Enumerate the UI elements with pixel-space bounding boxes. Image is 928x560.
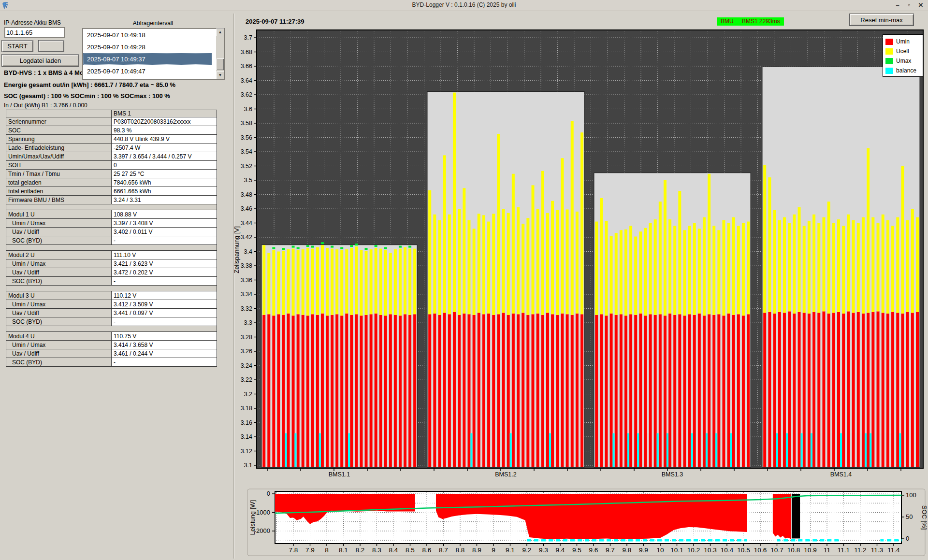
load-logfile-button[interactable]: Logdatei laden xyxy=(2,55,79,66)
cell-bar-umin xyxy=(335,314,338,467)
row-value: 440.8 V Ulink 439.9 V xyxy=(112,135,217,144)
table-row: Firmware BMU / BMS3.24 / 3.31 xyxy=(6,196,217,204)
log-interval-list[interactable]: ▲ ▼ 2025-09-07 10:49:182025-09-07 10:49:… xyxy=(82,28,225,80)
cell-balance-bar xyxy=(637,433,639,467)
row-value: 111.10 V xyxy=(112,251,217,259)
scroll-thumb[interactable] xyxy=(217,58,224,70)
log-entry[interactable]: 2025-09-07 10:49:28 xyxy=(83,41,212,53)
cell-bar-umin xyxy=(345,314,348,467)
cell-bar-ucell xyxy=(345,249,348,314)
interval-label: Abfrageintervall xyxy=(82,20,224,27)
event-block xyxy=(792,494,800,538)
cell-bar-ucell xyxy=(531,185,534,314)
cell-bar-ucell xyxy=(678,191,681,314)
cell-bar-umin xyxy=(546,313,549,467)
x-tick-label: 8.3 xyxy=(372,546,381,554)
cell-bar-umin xyxy=(610,314,613,467)
x-tick-label: 8 xyxy=(325,546,329,554)
y-tick-label: 3.5 xyxy=(244,177,252,184)
cell-bar-umin xyxy=(365,315,368,467)
badge-bmu: BMU xyxy=(721,18,734,25)
cell-bar-umin xyxy=(644,316,647,467)
row-value: 3.24 / 3.31 xyxy=(112,196,217,204)
list-scrollbar[interactable]: ▲ ▼ xyxy=(216,29,224,79)
legend-label: balance xyxy=(896,67,916,74)
ip-input[interactable] xyxy=(4,27,65,38)
group-label: BMS1.4 xyxy=(830,471,852,478)
cell-umax-cap xyxy=(331,246,334,248)
y-tick-label: 3.54 xyxy=(241,148,252,155)
x-tick-label: 8.2 xyxy=(356,546,365,554)
cell-bar-ucell xyxy=(693,223,696,315)
cell-balance-bar xyxy=(691,433,693,467)
scroll-up-icon[interactable]: ▲ xyxy=(216,29,224,36)
cell-bar-umin xyxy=(478,313,480,467)
table-row: SOC (BYD)- xyxy=(6,236,217,245)
table-row: Tmin / Tmax / Tbmu25 27 25 °C xyxy=(6,170,217,178)
log-entry[interactable]: 2025-09-07 10:49:47 xyxy=(83,65,212,77)
start-button[interactable]: START xyxy=(2,41,33,52)
cell-bar-umin xyxy=(852,313,855,467)
cell-bar-ucell xyxy=(487,222,490,314)
x-tick-label: 8.8 xyxy=(456,546,465,554)
cell-balance-bar xyxy=(715,433,717,467)
cell-bar-umin xyxy=(808,314,811,467)
cell-bar-umin xyxy=(857,312,860,467)
legend-item: balance xyxy=(885,66,920,75)
y-tick-label: 3.3 xyxy=(244,319,252,326)
y-tick-label: 3.68 xyxy=(241,49,252,56)
row-value: - xyxy=(112,277,217,286)
cell-bar-umin xyxy=(847,311,850,467)
bms-group-BMS1.3 xyxy=(594,173,751,467)
row-label: Modul 2 U xyxy=(6,251,112,259)
cell-bar-ucell xyxy=(871,217,874,312)
cell-umax-cap xyxy=(297,247,300,249)
cell-bar-umin xyxy=(773,314,776,467)
cell-bar-ucell xyxy=(370,249,373,314)
reset-minmax-button[interactable]: Reset min-max xyxy=(850,14,914,26)
cell-bar-umin xyxy=(576,314,579,467)
cell-bar-umin xyxy=(629,314,632,467)
table-row: SOC (BYD)- xyxy=(6,358,217,367)
cell-bar-ucell xyxy=(467,220,470,315)
bms-table: BMS 1SeriennummerP030T020Z2008033162xxxx… xyxy=(6,110,217,367)
x-tick-label: 10.9 xyxy=(804,546,816,554)
cell-bar-umin xyxy=(615,315,618,467)
cell-bar-ucell xyxy=(763,165,766,313)
cell-bar-umin xyxy=(812,312,815,467)
row-label: Uav / Udiff xyxy=(6,268,112,277)
x-tick-label: 10.6 xyxy=(754,546,767,554)
table-row: Modul 4 U110.75 V xyxy=(6,332,217,341)
table-row xyxy=(6,326,217,332)
cell-bar-umin xyxy=(277,314,280,467)
blank-button[interactable] xyxy=(39,41,64,52)
cell-bar-umin xyxy=(404,314,406,467)
cell-bar-ucell xyxy=(773,210,776,314)
cell-bar-ucell xyxy=(497,134,500,314)
cell-bar-ucell xyxy=(783,217,786,313)
cell-bar-ucell xyxy=(551,201,554,315)
cell-bar-ucell xyxy=(722,220,725,316)
cell-bar-umin xyxy=(467,314,470,467)
log-entry[interactable]: 2025-09-07 10:49:18 xyxy=(83,29,212,41)
log-entry[interactable]: 2025-09-07 10:49:37 xyxy=(83,53,212,65)
legend-swatch-Umin xyxy=(885,39,893,45)
cell-umax-cap xyxy=(282,248,285,250)
soc-axis-title: SOC [%] xyxy=(921,505,928,530)
cell-bar-umin xyxy=(326,316,329,467)
x-tick-label: 10.3 xyxy=(704,546,716,554)
cell-bar-ucell xyxy=(673,226,676,315)
cell-bar-umin xyxy=(862,314,865,467)
cell-bar-ucell xyxy=(891,226,894,312)
cell-bar-ucell xyxy=(379,249,382,315)
x-tick-label: 9.7 xyxy=(606,546,615,554)
row-value: 3.441 / 0.097 V xyxy=(112,309,217,317)
cell-bar-umin xyxy=(639,314,642,467)
cell-bar-umin xyxy=(389,314,392,467)
cell-bar-ucell xyxy=(350,248,353,315)
cell-bar-umin xyxy=(886,314,889,467)
cell-bar-ucell xyxy=(654,219,657,315)
cell-umax-cap xyxy=(321,242,324,244)
scroll-down-icon[interactable]: ▼ xyxy=(216,72,224,79)
y-tick-label: 3.1 xyxy=(244,462,252,469)
